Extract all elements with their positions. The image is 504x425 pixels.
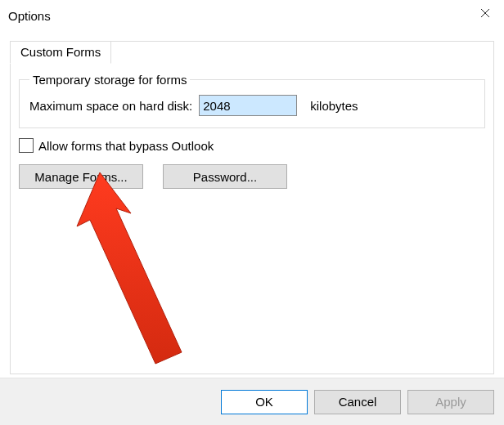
dialog-footer: OK Cancel Apply [0, 378, 504, 425]
password-button[interactable]: Password... [163, 164, 287, 189]
manage-forms-button[interactable]: Manage Forms... [19, 164, 143, 189]
maxspace-row: Maximum space on hard disk: kilobytes [29, 95, 475, 116]
maxspace-input[interactable] [199, 95, 297, 116]
group-legend: Temporary storage for forms [29, 73, 190, 87]
bypass-row[interactable]: Allow forms that bypass Outlook [19, 138, 485, 153]
close-button[interactable] [466, 0, 504, 26]
close-icon [480, 8, 490, 18]
group-temp-storage: Temporary storage for forms Maximum spac… [19, 73, 485, 128]
cancel-button[interactable]: Cancel [314, 390, 401, 414]
tab-panel-custom-forms: Temporary storage for forms Maximum spac… [19, 73, 485, 189]
options-dialog: Options Custom Forms Temporary storage f… [0, 0, 504, 425]
apply-button[interactable]: Apply [407, 390, 494, 414]
window-title: Options [8, 9, 466, 23]
ok-button[interactable]: OK [221, 390, 308, 414]
bypass-label: Allow forms that bypass Outlook [38, 139, 214, 153]
tab-custom-forms[interactable]: Custom Forms [10, 41, 111, 64]
client-area: Custom Forms Temporary storage for forms… [10, 41, 494, 374]
maxspace-label: Maximum space on hard disk: [29, 99, 192, 113]
bypass-checkbox[interactable] [19, 138, 34, 153]
tab-strip: Custom Forms [10, 41, 111, 65]
maxspace-units: kilobytes [310, 99, 358, 113]
form-buttons-row: Manage Forms... Password... [19, 164, 485, 189]
title-bar: Options [0, 0, 504, 31]
